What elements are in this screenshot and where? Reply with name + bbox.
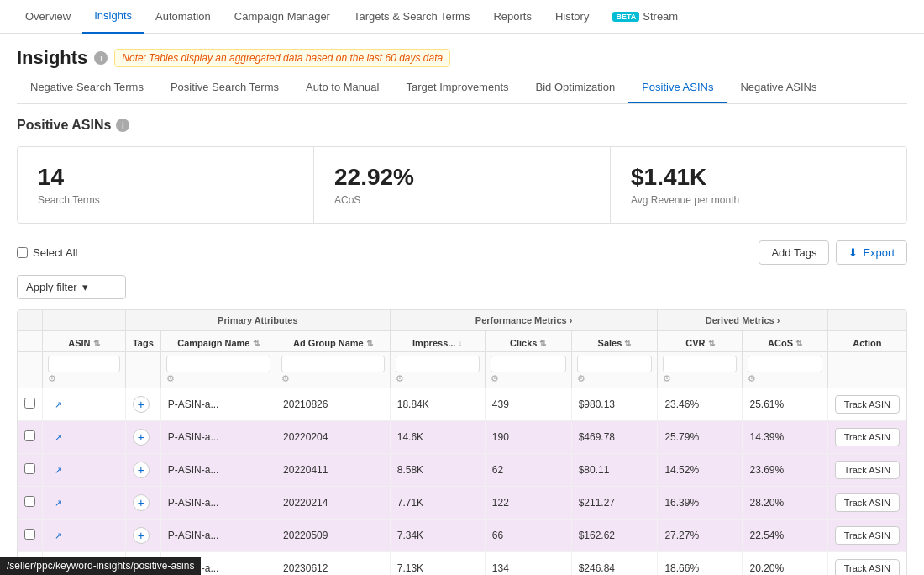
filter-acos-cell: ⚙ (743, 352, 827, 388)
filter-select[interactable]: Apply filter ▾ (17, 275, 126, 299)
row-acos-cell: 28.20% (743, 487, 827, 520)
row-adgroup-cell: 20220204 (276, 421, 391, 454)
table-row: ↗ + P-ASIN-a... 20220204 14.6K 190 $469.… (18, 421, 906, 454)
row-campaign-cell: P-ASIN-a... (160, 487, 276, 520)
sub-tab-bid-optimization[interactable]: Bid Optimization (522, 72, 629, 103)
external-link-icon[interactable]: ↗ (55, 432, 62, 443)
row-checkbox-cell (18, 520, 43, 552)
track-asin-button[interactable]: Track ASIN (835, 461, 900, 479)
stat-block: 14Search Terms (18, 147, 314, 223)
filter-impressions-input[interactable] (396, 356, 480, 372)
nav-item-overview[interactable]: Overview (13, 0, 82, 34)
track-asin-button[interactable]: Track ASIN (835, 526, 900, 545)
select-all-label[interactable]: Select All (17, 246, 77, 259)
sub-tabs: Negative Search TermsPositive Search Ter… (17, 72, 907, 104)
add-tag-button[interactable]: + (133, 396, 150, 413)
filter-adgroup-input[interactable] (281, 356, 385, 372)
top-nav: OverviewInsightsAutomationCampaign Manag… (0, 0, 924, 34)
col-header-asin[interactable]: ASIN ⇅ (43, 331, 126, 352)
filter-cvr-icon: ⚙ (663, 373, 671, 383)
nav-item-automation[interactable]: Automation (144, 0, 223, 34)
sub-tab-positive-search-terms[interactable]: Positive Search Terms (157, 72, 292, 103)
group-header-asin (43, 310, 126, 331)
external-link-icon[interactable]: ↗ (55, 399, 62, 410)
stat-label: Avg Revenue per month (631, 194, 886, 206)
row-campaign-cell: P-ASIN-a... (160, 520, 276, 552)
row-clicks-cell: 66 (485, 520, 571, 552)
external-link-icon[interactable]: ↗ (55, 465, 62, 476)
col-header-clicks[interactable]: Clicks ⇅ (485, 331, 571, 352)
row-clicks-cell: 134 (485, 552, 571, 576)
col-header-campaign[interactable]: Campaign Name ⇅ (160, 331, 276, 352)
beta-badge: BETA (612, 12, 639, 22)
nav-item-campaign-manager[interactable]: Campaign Manager (223, 0, 342, 34)
row-tags-cell: + (125, 421, 160, 454)
row-checkbox[interactable] (24, 398, 35, 409)
info-icon[interactable]: i (94, 51, 108, 65)
filter-cvr-input[interactable] (663, 356, 737, 372)
filter-asin-input[interactable] (48, 356, 120, 372)
filter-campaign-icon: ⚙ (166, 373, 175, 383)
nav-item-insights[interactable]: Insights (82, 0, 144, 34)
row-sales-cell: $246.84 (571, 552, 658, 576)
filter-acos-input[interactable] (748, 356, 822, 372)
col-header-tags: Tags (125, 331, 160, 352)
table-row: ↗ + P-ASIN-a... 20210826 18.84K 439 $980… (18, 388, 906, 421)
export-icon: ⬇ (848, 246, 858, 259)
sub-tab-target-improvements[interactable]: Target Improvements (392, 72, 522, 103)
nav-item-targets-&-search-terms[interactable]: Targets & Search Terms (342, 0, 481, 34)
row-cvr-cell: 25.79% (658, 421, 743, 454)
row-impressions-cell: 8.58K (390, 454, 485, 487)
section-info-icon[interactable]: i (116, 119, 129, 132)
row-campaign-cell: P-ASIN-a... (160, 388, 276, 421)
row-checkbox[interactable] (24, 496, 35, 507)
col-header-impressions[interactable]: Impress... ↓ (390, 331, 485, 352)
add-tag-button[interactable]: + (133, 462, 150, 478)
row-campaign-cell: P-ASIN-a... (160, 421, 276, 454)
filter-checkbox-cell (18, 352, 43, 388)
add-tag-button[interactable]: + (133, 429, 150, 446)
row-checkbox[interactable] (24, 430, 35, 441)
col-header-cvr[interactable]: CVR ⇅ (658, 331, 743, 352)
nav-item-reports[interactable]: Reports (481, 0, 543, 34)
toolbar-left: Select All (17, 246, 77, 259)
add-tags-button[interactable]: Add Tags (759, 240, 829, 265)
col-header-sales[interactable]: Sales ⇅ (571, 331, 658, 352)
track-asin-button[interactable]: Track ASIN (835, 559, 900, 575)
row-checkbox[interactable] (24, 529, 35, 540)
nav-item-stream[interactable]: BETAStream (601, 0, 690, 34)
row-acos-cell: 22.54% (743, 520, 827, 552)
stat-value: 22.92% (334, 164, 590, 191)
external-link-icon[interactable]: ↗ (55, 498, 62, 509)
row-checkbox-cell (18, 388, 43, 421)
filter-sales-input[interactable] (577, 356, 653, 372)
row-tags-cell: + (125, 454, 160, 487)
col-header-adgroup[interactable]: Ad Group Name ⇅ (276, 331, 391, 352)
sub-tab-positive-asins[interactable]: Positive ASINs (628, 72, 727, 103)
row-impressions-cell: 7.34K (390, 520, 485, 552)
sub-tab-negative-search-terms[interactable]: Negative Search Terms (17, 72, 157, 103)
filter-cvr-cell: ⚙ (658, 352, 743, 388)
add-tag-button[interactable]: + (133, 527, 150, 544)
row-acos-cell: 23.69% (743, 454, 827, 487)
filter-tags-cell (125, 352, 160, 388)
track-asin-button[interactable]: Track ASIN (835, 493, 900, 512)
select-all-checkbox[interactable] (17, 247, 28, 258)
sub-tab-negative-asins[interactable]: Negative ASINs (727, 72, 830, 103)
row-checkbox[interactable] (24, 463, 35, 474)
nav-item-history[interactable]: History (543, 0, 601, 34)
toolbar-right: Add Tags ⬇ Export (759, 240, 907, 265)
col-header-acos[interactable]: ACoS ⇅ (743, 331, 827, 352)
track-asin-button[interactable]: Track ASIN (835, 428, 900, 446)
filter-chevron-icon: ▾ (82, 281, 88, 293)
row-action-cell: Track ASIN (827, 520, 906, 552)
sub-tab-auto-to-manual[interactable]: Auto to Manual (292, 72, 392, 103)
filter-clicks-input[interactable] (491, 356, 566, 372)
table-row: ↗ + P-ASIN-a... 20220509 7.34K 66 $162.6… (18, 520, 906, 552)
export-button[interactable]: ⬇ Export (836, 240, 907, 265)
stats-row: 14Search Terms22.92%ACoS$1.41KAvg Revenu… (17, 146, 907, 224)
add-tag-button[interactable]: + (133, 494, 150, 511)
filter-campaign-input[interactable] (166, 356, 270, 372)
external-link-icon[interactable]: ↗ (55, 530, 62, 541)
track-asin-button[interactable]: Track ASIN (835, 395, 900, 414)
